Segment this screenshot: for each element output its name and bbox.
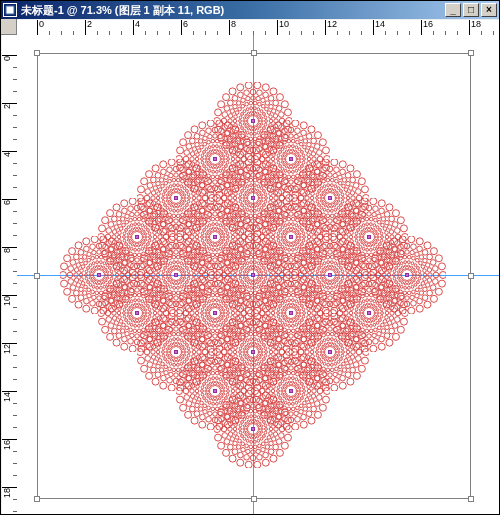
transform-handle-ne[interactable]: [468, 50, 474, 56]
transform-handle-nw[interactable]: [34, 50, 40, 56]
transform-handle-w[interactable]: [34, 273, 40, 279]
titlebar[interactable]: 未标题-1 @ 71.3% (图层 1 副本 11, RGB) _ □ ×: [1, 1, 499, 19]
document-window: 未标题-1 @ 71.3% (图层 1 副本 11, RGB) _ □ × 02…: [0, 0, 500, 515]
svg-rect-0: [6, 6, 14, 14]
transform-handle-sw[interactable]: [34, 496, 40, 502]
minimize-button[interactable]: _: [445, 3, 461, 17]
client-area: 024681012141618 024681012141618: [1, 19, 499, 514]
close-button[interactable]: ×: [481, 3, 497, 17]
maximize-button[interactable]: □: [463, 3, 479, 17]
window-title: 未标题-1 @ 71.3% (图层 1 副本 11, RGB): [21, 3, 445, 18]
canvas[interactable]: [17, 35, 499, 514]
transform-bounding-box[interactable]: [37, 53, 471, 499]
transform-handle-n[interactable]: [251, 50, 257, 56]
transform-handle-se[interactable]: [468, 496, 474, 502]
ruler-origin[interactable]: [1, 19, 17, 35]
transform-handle-e[interactable]: [468, 273, 474, 279]
app-icon: [3, 3, 17, 17]
window-buttons: _ □ ×: [445, 3, 497, 17]
transform-handle-s[interactable]: [251, 496, 257, 502]
